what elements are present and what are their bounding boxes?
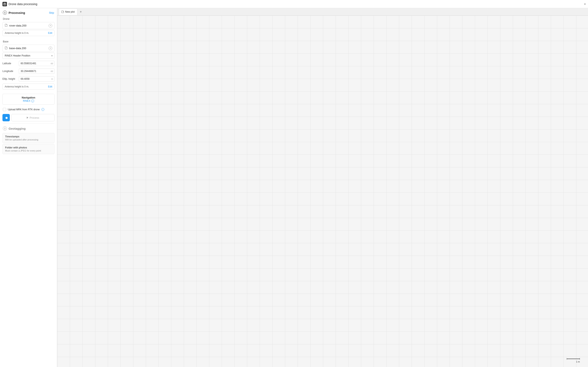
folder-box: Folder with photos Must contain a JPEG f… <box>2 144 54 154</box>
grid-canvas: 1 m <box>57 16 588 367</box>
sidebar: 1 Processing Skip Drone rover-data.200 ✕… <box>0 8 57 367</box>
latitude-row: Latitude dd <box>0 59 57 67</box>
drone-file-icon <box>5 24 8 27</box>
scale-middle-line <box>567 359 580 359</box>
top-bar: Drone data processing ▾ <box>0 0 588 8</box>
drone-antenna-text: Antenna height is 0 m. <box>5 32 29 34</box>
base-file-close-button[interactable]: ✕ <box>49 47 52 50</box>
scale-label: 1 m <box>576 360 580 363</box>
gear-icon <box>4 116 8 119</box>
timestamps-subtitle: Will be uploaded after processing <box>5 138 52 141</box>
tab-label: New plot <box>65 10 75 13</box>
drone-antenna-info: Antenna height is 0 m. Edit <box>2 30 54 36</box>
svg-point-1 <box>4 4 5 5</box>
upload-mrk-label: Upload MRK from RTK drone <box>8 108 40 111</box>
upload-mrk-checkbox[interactable] <box>3 108 6 111</box>
step1-number: 1 <box>3 11 7 15</box>
main-layout: 1 Processing Skip Drone rover-data.200 ✕… <box>0 8 588 367</box>
drone-label: Drone <box>0 16 57 21</box>
play-icon <box>27 117 28 119</box>
app-title: Drone data processing <box>9 2 583 6</box>
scale-bar: 1 m <box>567 358 580 363</box>
drone-antenna-edit-button[interactable]: Edit <box>48 32 52 34</box>
longitude-row: Longitude dd <box>0 67 57 75</box>
navigation-title: Navigation <box>5 96 52 99</box>
step2-title: Geotagging <box>9 127 26 130</box>
folder-subtitle: Must contain a JPEG for every point <box>5 150 52 152</box>
gear-button[interactable] <box>2 114 10 121</box>
ellip-height-label: Ellip. height <box>2 77 17 80</box>
processing-section-header: 1 Processing Skip <box>0 8 57 16</box>
geotagging-section-header: 2 Geotagging <box>0 124 57 132</box>
timestamps-box: Timestamps Will be uploaded after proces… <box>2 133 54 143</box>
tab-plot-icon <box>61 10 64 13</box>
base-file-name: base-data.200 <box>9 47 47 50</box>
base-label: Base <box>0 39 57 44</box>
process-button[interactable]: Process <box>11 114 54 121</box>
longitude-input-wrap: dd <box>19 68 54 74</box>
step1-title: Processing <box>9 11 47 15</box>
chevron-down-icon[interactable]: ▾ <box>584 3 586 6</box>
content-area: New plot + 1 m <box>57 8 588 367</box>
process-row: Process <box>0 113 57 123</box>
upload-mrk-row: Upload MRK from RTK drone i <box>0 106 57 113</box>
drone-file-item: rover-data.200 ✕ <box>2 22 54 29</box>
navigation-info-icon[interactable]: i <box>31 100 34 102</box>
upload-mrk-info-icon[interactable]: i <box>42 108 44 111</box>
latitude-label: Latitude <box>2 62 17 65</box>
longitude-label: Longitude <box>2 70 17 73</box>
latitude-input-wrap: dd <box>19 61 54 66</box>
base-antenna-info: Antenna height is 0 m. Edit <box>2 83 54 90</box>
latitude-unit: dd <box>51 62 53 65</box>
ellip-height-row: Ellip. height m <box>0 75 57 83</box>
tab-new-plot[interactable]: New plot <box>59 8 77 15</box>
latitude-input[interactable] <box>19 61 54 66</box>
base-file-item: base-data.200 ✕ <box>2 45 54 52</box>
scale-line <box>567 358 580 360</box>
base-antenna-text: Antenna height is 0 m. <box>5 85 29 88</box>
add-tab-button[interactable]: + <box>78 9 84 15</box>
tab-bar: New plot + <box>57 8 588 16</box>
base-file-icon <box>5 46 8 50</box>
svg-rect-0 <box>3 3 6 5</box>
folder-title: Folder with photos <box>5 146 52 149</box>
drone-file-name: rover-data.200 <box>9 24 47 27</box>
step2-number: 2 <box>3 126 7 131</box>
ellip-height-unit: m <box>51 78 53 80</box>
drone-file-close-button[interactable]: ✕ <box>49 24 52 27</box>
ellip-height-input-wrap: m <box>19 76 54 82</box>
base-antenna-edit-button[interactable]: Edit <box>48 85 52 88</box>
navigation-box: Navigation RINEX i <box>2 94 54 105</box>
process-label: Process <box>30 116 39 119</box>
navigation-subtitle: RINEX i <box>5 100 52 102</box>
app-icon <box>2 2 7 6</box>
position-dropdown-wrap: RINEX Header Position ▾ <box>2 53 54 59</box>
position-dropdown[interactable]: RINEX Header Position <box>2 53 54 59</box>
longitude-input[interactable] <box>19 68 54 74</box>
section-divider <box>2 123 54 124</box>
ellip-height-input[interactable] <box>19 76 54 82</box>
skip-button[interactable]: Skip <box>49 11 54 14</box>
longitude-unit: dd <box>51 70 53 72</box>
timestamps-title: Timestamps <box>5 135 52 138</box>
